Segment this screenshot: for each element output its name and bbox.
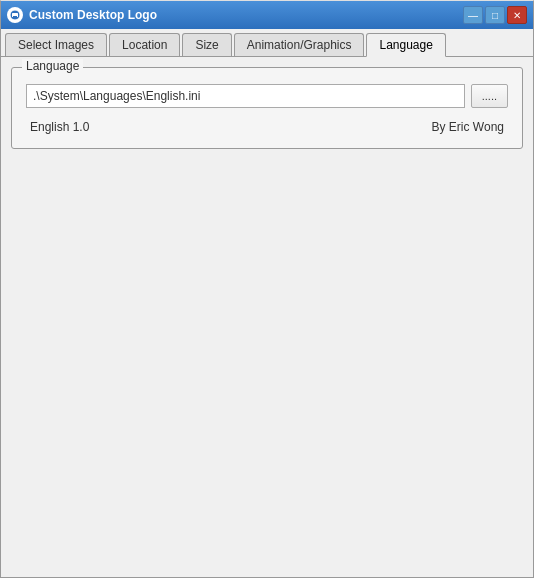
title-bar: Custom Desktop Logo — □ ✕ bbox=[1, 1, 533, 29]
language-version-label: English 1.0 bbox=[30, 120, 89, 134]
language-group-box: Language ..... English 1.0 By Eric Wong bbox=[11, 67, 523, 149]
tab-language[interactable]: Language bbox=[366, 33, 445, 57]
tab-bar: Select Images Location Size Animation/Gr… bbox=[1, 29, 533, 57]
close-button[interactable]: ✕ bbox=[507, 6, 527, 24]
app-icon bbox=[7, 7, 23, 23]
svg-rect-2 bbox=[13, 16, 17, 18]
content-area: Language ..... English 1.0 By Eric Wong bbox=[1, 57, 533, 577]
group-box-label: Language bbox=[22, 59, 83, 73]
maximize-button[interactable]: □ bbox=[485, 6, 505, 24]
window-title: Custom Desktop Logo bbox=[29, 8, 463, 22]
tab-animation-graphics[interactable]: Animation/Graphics bbox=[234, 33, 365, 56]
tab-location[interactable]: Location bbox=[109, 33, 180, 56]
language-author-label: By Eric Wong bbox=[432, 120, 504, 134]
language-path-row: ..... bbox=[26, 84, 508, 108]
minimize-button[interactable]: — bbox=[463, 6, 483, 24]
main-window: Custom Desktop Logo — □ ✕ Select Images … bbox=[0, 0, 534, 578]
tab-select-images[interactable]: Select Images bbox=[5, 33, 107, 56]
language-path-input[interactable] bbox=[26, 84, 465, 108]
tab-size[interactable]: Size bbox=[182, 33, 231, 56]
language-info-row: English 1.0 By Eric Wong bbox=[26, 120, 508, 134]
window-controls: — □ ✕ bbox=[463, 6, 527, 24]
browse-button[interactable]: ..... bbox=[471, 84, 508, 108]
